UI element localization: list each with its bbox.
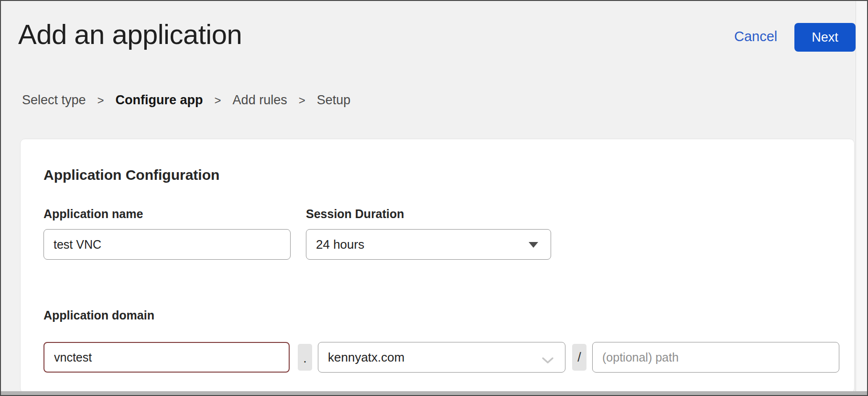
breadcrumb-step-setup[interactable]: Setup xyxy=(317,93,351,108)
application-domain-label: Application domain xyxy=(43,308,154,322)
session-duration-value: 24 hours xyxy=(316,237,364,252)
next-button[interactable]: Next xyxy=(794,23,856,52)
add-application-page: Add an application Cancel Next Select ty… xyxy=(0,0,868,396)
breadcrumb-step-select-type[interactable]: Select type xyxy=(22,93,86,108)
path-input[interactable] xyxy=(592,342,839,373)
application-configuration-card: Application Configuration Application na… xyxy=(20,139,855,393)
scrollbar[interactable] xyxy=(856,1,867,396)
cancel-button[interactable]: Cancel xyxy=(734,29,772,44)
subdomain-input[interactable] xyxy=(43,342,290,373)
dot-separator: . xyxy=(298,344,312,371)
section-title: Application Configuration xyxy=(43,167,219,183)
chevron-down-icon xyxy=(541,353,554,368)
breadcrumb-separator: > xyxy=(299,94,305,107)
breadcrumb: Select type > Configure app > Add rules … xyxy=(22,93,350,108)
application-name-input[interactable] xyxy=(43,229,291,260)
session-duration-label: Session Duration xyxy=(306,207,404,221)
page-title: Add an application xyxy=(18,18,242,50)
window-bottom-edge xyxy=(1,391,868,396)
domain-select-value: kennyatx.com xyxy=(328,350,404,365)
slash-separator: / xyxy=(572,344,586,371)
caret-down-icon xyxy=(529,242,538,248)
session-duration-select[interactable]: 24 hours xyxy=(306,229,551,260)
domain-select[interactable]: kennyatx.com xyxy=(318,342,565,373)
breadcrumb-separator: > xyxy=(98,94,104,107)
application-name-label: Application name xyxy=(43,207,143,221)
breadcrumb-step-add-rules[interactable]: Add rules xyxy=(233,93,287,108)
breadcrumb-step-configure-app[interactable]: Configure app xyxy=(116,93,203,108)
breadcrumb-separator: > xyxy=(215,94,221,107)
